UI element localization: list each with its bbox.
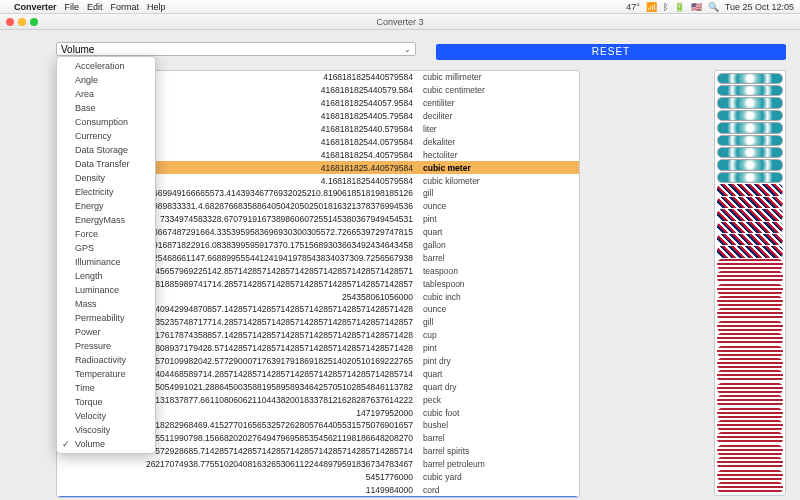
us-flag-icon [717, 383, 783, 394]
uk-flag-icon [717, 222, 783, 233]
category-select[interactable]: Volume ⌄ [56, 42, 416, 56]
category-menu-item[interactable]: Temperature [57, 367, 155, 381]
menu-file[interactable]: File [65, 2, 80, 12]
category-menu-item[interactable]: Data Transfer [57, 157, 155, 171]
us-flag-icon [717, 420, 783, 431]
category-menu-item[interactable]: GPS [57, 241, 155, 255]
battery-icon: 🔋 [674, 2, 685, 12]
globe-flag-icon [717, 135, 783, 146]
category-menu-item[interactable]: Energy [57, 199, 155, 213]
category-menu-item[interactable]: Pressure [57, 339, 155, 353]
us-flag-icon [717, 346, 783, 357]
conversion-unit: hectoliter [417, 150, 458, 160]
category-menu-item[interactable]: Volume [57, 437, 155, 451]
globe-flag-icon [717, 122, 783, 133]
conversion-row[interactable]: 26217074938.7755102040816326530611224489… [57, 458, 579, 471]
flag-column [714, 70, 786, 496]
globe-flag-icon [717, 85, 783, 96]
us-flag-icon [717, 470, 783, 481]
conversion-unit: cubic yard [417, 472, 462, 482]
conversion-unit: barrel petroleum [417, 459, 485, 469]
conversion-unit: ounce [417, 201, 446, 211]
bluetooth-icon: ᛒ [663, 2, 668, 12]
us-flag-icon [717, 308, 783, 319]
app-name[interactable]: Converter [14, 2, 57, 12]
us-flag-icon [717, 321, 783, 332]
category-menu-item[interactable]: Currency [57, 129, 155, 143]
wifi-icon: 📶 [646, 2, 657, 12]
conversion-unit: centiliter [417, 98, 455, 108]
category-menu-item[interactable]: Permeability [57, 311, 155, 325]
conversion-unit: cup [417, 330, 437, 340]
category-menu-item[interactable]: Length [57, 269, 155, 283]
conversion-unit: cubic meter [417, 163, 471, 173]
category-menu-item[interactable]: Mass [57, 297, 155, 311]
window-controls [6, 18, 38, 26]
conversion-unit: barrel [417, 433, 445, 443]
conversion-unit: gallon [417, 240, 446, 250]
globe-flag-icon [717, 147, 783, 158]
zoom-button[interactable] [30, 18, 38, 26]
us-flag-icon [717, 296, 783, 307]
category-menu-item[interactable]: Angle [57, 73, 155, 87]
globe-flag-icon [717, 159, 783, 170]
us-flag-icon [717, 271, 783, 282]
conversion-input-row[interactable]: 1cubic mile [58, 496, 578, 498]
spotlight-icon[interactable]: 🔍 [708, 2, 719, 12]
mac-menubar: Converter File Edit Format Help 47° 📶 ᛒ … [0, 0, 800, 14]
conversion-value: 5451776000 [57, 472, 417, 482]
chevron-down-icon: ⌄ [404, 45, 411, 54]
conversion-unit: deciliter [417, 111, 452, 121]
uk-flag-icon [717, 184, 783, 195]
category-menu-item[interactable]: Force [57, 227, 155, 241]
category-menu-item[interactable]: Illuminance [57, 255, 155, 269]
category-menu-item[interactable]: Power [57, 325, 155, 339]
flag-icon: 🇺🇸 [691, 2, 702, 12]
category-menu-item[interactable]: Consumption [57, 115, 155, 129]
us-flag-icon [717, 482, 783, 493]
conversion-unit: dekaliter [417, 137, 455, 147]
conversion-unit: ounce [417, 304, 446, 314]
category-menu-item[interactable]: Area [57, 87, 155, 101]
conversion-unit: liter [417, 124, 437, 134]
category-menu-item[interactable]: EnergyMass [57, 213, 155, 227]
reset-button[interactable]: RESET [436, 44, 786, 60]
uk-flag-icon [717, 246, 783, 257]
category-menu-item[interactable]: Electricity [57, 185, 155, 199]
conversion-row[interactable]: 1149984000cord [57, 484, 579, 497]
conversion-unit: quart dry [417, 382, 457, 392]
category-menu-item[interactable]: Base [57, 101, 155, 115]
category-menu[interactable]: AccelerationAngleAreaBaseConsumptionCurr… [56, 56, 156, 454]
category-menu-item[interactable]: Time [57, 381, 155, 395]
conversion-unit: quart [417, 369, 442, 379]
menu-edit[interactable]: Edit [87, 2, 103, 12]
close-button[interactable] [6, 18, 14, 26]
conversion-row[interactable]: 5451776000cubic yard [57, 471, 579, 484]
conversion-value: 1149984000 [57, 485, 417, 495]
menu-help[interactable]: Help [147, 2, 166, 12]
category-menu-item[interactable]: Acceleration [57, 59, 155, 73]
category-menu-item[interactable]: Density [57, 171, 155, 185]
conversion-unit: cubic inch [417, 292, 461, 302]
menu-format[interactable]: Format [111, 2, 140, 12]
clock: Tue 25 Oct 12:05 [725, 2, 794, 12]
conversion-unit: bushel [417, 420, 448, 430]
category-menu-item[interactable]: Viscosity [57, 423, 155, 437]
us-flag-icon [717, 333, 783, 344]
category-menu-item[interactable]: Luminance [57, 283, 155, 297]
category-menu-item[interactable]: Radioactivity [57, 353, 155, 367]
category-menu-item[interactable]: Torque [57, 395, 155, 409]
minimize-button[interactable] [18, 18, 26, 26]
uk-flag-icon [717, 234, 783, 245]
conversion-value: 26217074938.7755102040816326530611224489… [57, 459, 417, 469]
category-menu-item[interactable]: Data Storage [57, 143, 155, 157]
us-flag-icon [717, 370, 783, 381]
conversion-unit: pint dry [417, 356, 451, 366]
conversion-unit: teaspoon [417, 266, 458, 276]
category-menu-item[interactable]: Velocity [57, 409, 155, 423]
conversion-unit: cubic millimeter [417, 72, 482, 82]
us-flag-icon [717, 432, 783, 443]
uk-flag-icon [717, 209, 783, 220]
globe-flag-icon [717, 172, 783, 183]
conversion-unit: peck [417, 395, 441, 405]
